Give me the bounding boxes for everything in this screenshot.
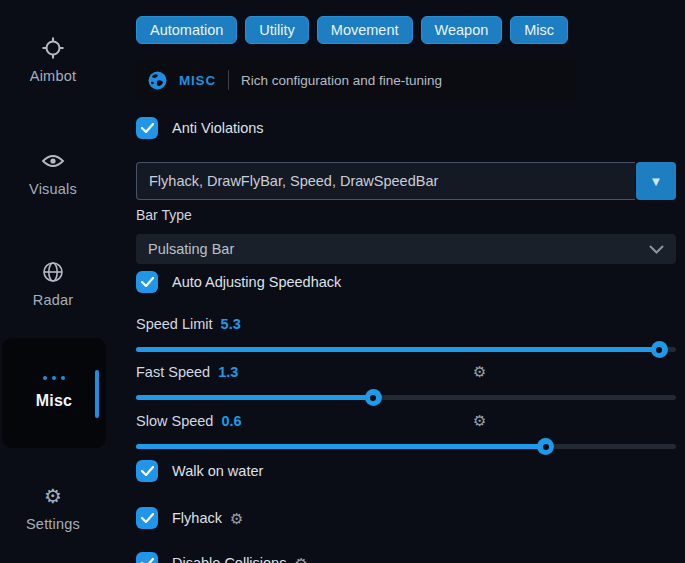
gear-icon[interactable]: ⚙ bbox=[294, 556, 307, 563]
gear-icon[interactable]: ⚙ bbox=[230, 511, 243, 526]
checkbox-label: Anti Violations bbox=[172, 120, 264, 136]
globe-icon bbox=[0, 261, 106, 283]
anti-violations-row: Anti Violations bbox=[136, 117, 676, 139]
checkbox-label: Flyhack bbox=[172, 510, 222, 526]
eye-icon bbox=[0, 150, 106, 172]
speed-limit-slider[interactable] bbox=[136, 341, 676, 357]
section-title: MISC bbox=[179, 73, 216, 88]
fast-speed-slider[interactable] bbox=[136, 389, 676, 405]
gear-icon[interactable]: ⚙ bbox=[473, 412, 486, 430]
bar-type-value: Pulsating Bar bbox=[148, 241, 234, 257]
divider bbox=[228, 70, 229, 90]
checkbox-label: Walk on water bbox=[172, 463, 263, 479]
sidebar-item-label: Settings bbox=[26, 516, 80, 532]
sidebar-item-label: Radar bbox=[33, 292, 74, 308]
crosshair-icon bbox=[0, 37, 106, 59]
anti-violations-checkbox[interactable] bbox=[136, 117, 158, 139]
fast-speed-label-row: Fast Speed 1.3 ⚙ bbox=[136, 363, 676, 381]
slow-speed-slider[interactable] bbox=[136, 438, 676, 454]
tab-movement[interactable]: Movement bbox=[317, 16, 413, 44]
main-content: Automation Utility Movement Weapon Misc … bbox=[136, 0, 676, 563]
slider-thumb[interactable] bbox=[365, 389, 382, 406]
auto-adjust-row: Auto Adjusting Speedhack bbox=[136, 271, 676, 293]
sidebar-item-label: Visuals bbox=[29, 181, 77, 197]
slider-thumb[interactable] bbox=[651, 341, 668, 358]
slider-value: 0.6 bbox=[221, 413, 241, 429]
slider-label: Slow Speed bbox=[136, 413, 213, 429]
gear-icon: ⚙ bbox=[0, 485, 106, 507]
sidebar-item-misc[interactable]: Misc bbox=[2, 338, 106, 448]
slider-fill bbox=[136, 444, 546, 449]
flyhack-checkbox[interactable] bbox=[136, 507, 158, 529]
ellipsis-icon bbox=[43, 376, 65, 380]
slider-value: 1.3 bbox=[218, 364, 238, 380]
speed-limit-label-row: Speed Limit 5.3 ⚙ bbox=[136, 315, 676, 333]
sidebar-item-label: Aimbot bbox=[30, 68, 76, 84]
sidebar: Aimbot Visuals Radar Misc ⚙ Settings bbox=[0, 0, 122, 563]
auto-adjust-checkbox[interactable] bbox=[136, 271, 158, 293]
checkbox-label: Auto Adjusting Speedhack bbox=[172, 274, 341, 290]
disable-collisions-checkbox[interactable] bbox=[136, 552, 158, 563]
slider-fill bbox=[136, 347, 660, 352]
section-subtitle: Rich configuration and fine-tuning bbox=[241, 73, 442, 88]
slider-label: Fast Speed bbox=[136, 364, 210, 380]
sidebar-item-radar[interactable]: Radar bbox=[0, 261, 106, 309]
sidebar-item-visuals[interactable]: Visuals bbox=[0, 150, 106, 198]
tab-weapon[interactable]: Weapon bbox=[421, 16, 503, 44]
selected-indicator bbox=[95, 370, 99, 418]
tab-utility[interactable]: Utility bbox=[245, 16, 308, 44]
triangle-down-icon: ▼ bbox=[650, 174, 663, 189]
checkbox-label: Disable Collisions bbox=[172, 555, 286, 563]
category-tabs: Automation Utility Movement Weapon Misc bbox=[136, 16, 676, 44]
bar-flags-multiselect: Flyhack, DrawFlyBar, Speed, DrawSpeedBar… bbox=[136, 162, 676, 200]
slider-fill bbox=[136, 395, 374, 400]
bar-flags-value[interactable]: Flyhack, DrawFlyBar, Speed, DrawSpeedBar bbox=[136, 162, 635, 200]
slider-label: Speed Limit bbox=[136, 316, 213, 332]
bar-type-label: Bar Type bbox=[136, 207, 676, 224]
tab-misc[interactable]: Misc bbox=[510, 16, 568, 44]
slow-speed-label-row: Slow Speed 0.6 ⚙ bbox=[136, 412, 676, 430]
walk-on-water-row: Walk on water bbox=[136, 460, 676, 482]
globe-icon bbox=[148, 71, 167, 90]
disable-collisions-row: Disable Collisions ⚙ bbox=[136, 552, 676, 563]
walk-on-water-checkbox[interactable] bbox=[136, 460, 158, 482]
bar-type-select[interactable]: Pulsating Bar bbox=[136, 234, 676, 264]
section-header: MISC Rich configuration and fine-tuning bbox=[136, 60, 575, 100]
slider-value: 5.3 bbox=[221, 316, 241, 332]
dropdown-open-button[interactable]: ▼ bbox=[636, 162, 676, 200]
sidebar-item-aimbot[interactable]: Aimbot bbox=[0, 37, 106, 85]
gear-icon[interactable]: ⚙ bbox=[473, 363, 486, 381]
sidebar-item-label: Misc bbox=[36, 392, 72, 410]
flyhack-row: Flyhack ⚙ bbox=[136, 507, 676, 529]
sidebar-item-settings[interactable]: ⚙ Settings bbox=[0, 485, 106, 533]
slider-thumb[interactable] bbox=[537, 438, 554, 455]
tab-automation[interactable]: Automation bbox=[136, 16, 237, 44]
chevron-down-icon bbox=[649, 245, 664, 254]
